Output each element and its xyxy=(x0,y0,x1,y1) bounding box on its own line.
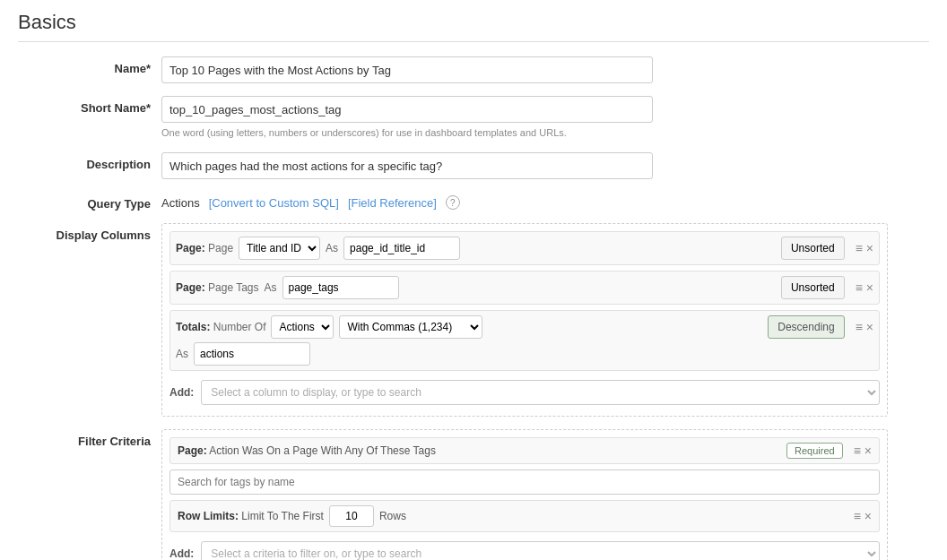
filter-criteria-content: Page: Action Was On a Page With Any Of T… xyxy=(161,429,929,560)
col3-as-label: As xyxy=(176,348,188,360)
col2-as-label: As xyxy=(265,281,277,294)
row-limit-close-icon[interactable]: × xyxy=(864,510,872,522)
section-title: Basics xyxy=(18,11,929,42)
filter-area: Page: Action Was On a Page With Any Of T… xyxy=(161,429,888,560)
short-name-label: Short Name* xyxy=(18,96,161,115)
column-row-3: Totals: Number Of Actions With Commas (1… xyxy=(169,310,880,371)
col2-drag-icon[interactable]: ≡ xyxy=(856,281,863,294)
required-badge: Required xyxy=(786,443,843,459)
col1-prefix: Page: Page xyxy=(176,242,233,254)
col2-prefix: Page: Page Tags xyxy=(176,281,259,294)
col2-as-input[interactable] xyxy=(282,276,399,299)
col3-row-actions: ≡ × xyxy=(856,321,873,333)
display-columns-content: Page: Page Title and ID As Unsorted ≡ × xyxy=(161,223,929,417)
col1-drag-icon[interactable]: ≡ xyxy=(856,242,863,254)
filter-row1-actions: ≡ × xyxy=(854,444,872,457)
help-icon[interactable]: ? xyxy=(446,195,460,210)
field-reference-link[interactable]: [Field Reference] xyxy=(348,196,437,210)
short-name-hint: One word (using letters, numbers or unde… xyxy=(161,126,653,140)
display-add-label: Add: xyxy=(169,386,194,399)
query-type-value: Actions xyxy=(161,196,200,210)
column-row-2-inner: Page: Page Tags As xyxy=(176,276,776,299)
short-name-content: One word (using letters, numbers or unde… xyxy=(161,96,929,140)
query-type-label: Query Type xyxy=(18,192,161,211)
short-name-row: Short Name* One word (using letters, num… xyxy=(18,96,929,140)
col1-sort-btn[interactable]: Unsorted xyxy=(781,237,845,260)
row-limit-suffix: Rows xyxy=(379,510,406,522)
col3-dropdown2[interactable]: With Commas (1,234) xyxy=(339,315,482,339)
col2-close-icon[interactable]: × xyxy=(866,281,873,294)
column-row-1-inner: Page: Page Title and ID As xyxy=(176,237,776,260)
display-columns-add-row: Add: Select a column to display, or type… xyxy=(169,376,880,409)
display-columns-area: Page: Page Title and ID As Unsorted ≡ × xyxy=(161,223,888,417)
filter-add-row: Add: Select a criteria to filter on, or … xyxy=(169,538,880,560)
row-limit-text: Row Limits: Limit To The First xyxy=(178,510,324,522)
filter-row-1-text: Page: Action Was On a Page With Any Of T… xyxy=(178,444,781,457)
col3-sort-btn[interactable]: Descending xyxy=(768,315,844,339)
col3-as-input[interactable] xyxy=(194,342,310,366)
col3-drag-icon[interactable]: ≡ xyxy=(856,321,863,333)
col1-as-input[interactable] xyxy=(343,237,460,260)
col3-close-icon[interactable]: × xyxy=(866,321,873,333)
column-row-3-top: Totals: Number Of Actions With Commas (1… xyxy=(176,315,873,339)
col1-row-actions: ≡ × xyxy=(856,242,873,254)
name-label: Name* xyxy=(18,56,161,75)
filter-row1-close-icon[interactable]: × xyxy=(864,444,872,457)
display-add-select[interactable]: Select a column to display, or type to s… xyxy=(201,380,880,405)
filter-criteria-row: Filter Criteria Page: Action Was On a Pa… xyxy=(18,429,929,560)
filter-criteria-label: Filter Criteria xyxy=(18,429,161,448)
filter-tag-search[interactable] xyxy=(169,470,880,495)
col3-dropdown1[interactable]: Actions xyxy=(271,315,334,339)
description-label: Description xyxy=(18,152,161,171)
filter-add-select[interactable]: Select a criteria to filter on, or type … xyxy=(201,541,880,560)
column-row-3-bottom: As xyxy=(176,342,873,366)
row-limit-input[interactable] xyxy=(329,505,374,527)
name-input[interactable] xyxy=(161,56,653,83)
display-columns-row: Display Columns Page: Page Title and ID … xyxy=(18,223,929,417)
query-type-content: Actions [Convert to Custom SQL] [Field R… xyxy=(161,192,929,210)
col1-dropdown[interactable]: Title and ID xyxy=(239,237,320,260)
description-row: Description xyxy=(18,152,929,179)
row-limit-actions: ≡ × xyxy=(854,510,872,522)
page-container: Basics Name* Short Name* One word (using… xyxy=(0,0,947,560)
row-limit-row: Row Limits: Limit To The First Rows ≡ × xyxy=(169,500,880,532)
filter-row-1: Page: Action Was On a Page With Any Of T… xyxy=(169,437,880,464)
filter-row1-drag-icon[interactable]: ≡ xyxy=(854,444,861,457)
row-limit-drag-icon[interactable]: ≡ xyxy=(854,510,861,522)
name-content xyxy=(161,56,929,83)
short-name-input[interactable] xyxy=(161,96,653,123)
filter-add-label: Add: xyxy=(169,547,194,560)
column-row-1: Page: Page Title and ID As Unsorted ≡ × xyxy=(169,231,880,265)
col3-prefix: Totals: Number Of xyxy=(176,321,265,333)
description-content xyxy=(161,152,929,179)
query-type-inner: Actions [Convert to Custom SQL] [Field R… xyxy=(161,192,929,210)
convert-sql-link[interactable]: [Convert to Custom SQL] xyxy=(209,196,339,210)
col2-sort-btn[interactable]: Unsorted xyxy=(781,276,845,299)
name-row: Name* xyxy=(18,56,929,83)
col1-close-icon[interactable]: × xyxy=(866,242,873,254)
display-columns-label: Display Columns xyxy=(18,223,161,242)
col2-row-actions: ≡ × xyxy=(856,281,873,294)
query-type-row: Query Type Actions [Convert to Custom SQ… xyxy=(18,192,929,211)
col1-as-label: As xyxy=(326,242,338,254)
column-row-2: Page: Page Tags As Unsorted ≡ × xyxy=(169,271,880,305)
description-input[interactable] xyxy=(161,152,653,179)
